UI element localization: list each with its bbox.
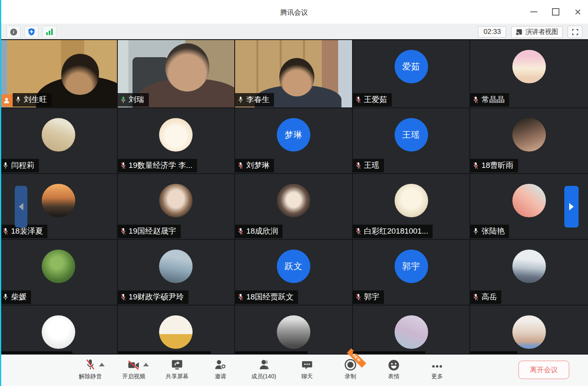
close-button[interactable]: ✕ [573,7,582,16]
participant-label: 刘生旺 [13,93,52,107]
participant-tile[interactable]: 梦琳 刘梦琳 [235,108,353,174]
invite-button[interactable]: 邀请 [206,358,235,380]
participant-tile[interactable]: 18成欣润 [235,174,353,240]
avatar [277,184,310,217]
participant-tile[interactable]: 爱茹 王爱茹 [353,40,471,108]
participant-tile[interactable]: 19国经赵晟宇 [118,174,236,240]
participant-label: 18成欣润 [235,225,283,238]
participant-tile[interactable]: 19财政学硕尹玲 [118,240,236,306]
participant-tile[interactable] [118,306,236,355]
participant-tile[interactable]: 19数量经济学 李... [118,108,236,174]
speaker-view-button[interactable]: 演讲者视图 [511,26,563,38]
prev-page-button[interactable] [15,186,27,228]
participant-label [0,351,72,354]
participant-tile[interactable]: 白彩红20181001... [353,174,471,240]
next-page-button[interactable] [564,186,579,228]
mic-icon [120,161,126,170]
participant-tile[interactable] [470,306,588,355]
chat-bubble-icon [301,359,313,371]
window-title: 腾讯会议 [0,8,588,17]
network-signal-icon [46,29,53,35]
more-dots-icon [430,359,444,371]
leave-meeting-button[interactable]: 离开会议 [518,361,569,379]
tencent-meeting-window: 腾讯会议 ✕ i 02:33 [0,0,588,386]
participant-tile[interactable]: 刘瑞 [118,40,236,108]
avatar: 郭宇 [395,250,428,283]
avatar: 爱茹 [395,50,428,83]
mic-icon [473,293,479,301]
avatar [42,250,75,283]
meeting-security-button[interactable] [25,26,38,38]
participant-label [118,351,211,354]
avatar [159,118,193,152]
participant-tile[interactable]: 郭宇 郭宇 [353,240,471,306]
avatar: 梦琳 [277,118,310,152]
maximize-button[interactable] [551,7,560,16]
network-status-button[interactable] [43,26,56,38]
chat-button[interactable]: 聊天 [292,358,322,380]
participant-label: 19国经赵晟宇 [118,225,181,238]
mic-icon [355,161,361,170]
mic-icon [473,161,479,170]
fullscreen-button[interactable] [568,26,582,38]
participant-label: 王瑶 [353,159,384,172]
participant-label [235,351,307,354]
participant-label: 高岳 [470,290,501,304]
more-button[interactable]: 更多 [422,358,452,380]
meeting-info-button[interactable]: i [7,26,20,38]
members-button[interactable]: 成员(140) [249,358,278,380]
mic-icon [238,227,244,236]
emoji-icon [388,359,399,371]
participant-tile[interactable]: 王瑶 王瑶 [353,108,471,174]
mic-icon [120,293,126,301]
titlebar: 腾讯会议 ✕ [0,0,588,24]
participant-tile[interactable]: 刘生旺 [0,40,118,108]
mic-icon [2,161,9,170]
fullscreen-icon [572,29,579,36]
participant-tile[interactable] [0,306,118,355]
mic-icon [473,96,479,104]
mic-icon [238,96,244,104]
audio-options-caret-icon[interactable] [99,363,105,366]
mic-icon [238,161,244,170]
meeting-info-icon: i [10,29,17,36]
mic-icon [2,293,9,301]
share-screen-button[interactable]: 共享屏幕 [162,358,192,380]
mic-icon [2,227,9,236]
participant-tile[interactable]: 闫程莉 [0,108,118,174]
participant-tile[interactable]: 柴媛 [0,240,118,306]
avatar [395,184,428,217]
members-icon [258,359,270,371]
minimize-button[interactable] [529,7,538,16]
avatar [159,250,193,283]
participant-label: 常晶晶 [470,93,509,107]
meeting-timer: 02:33 [478,26,506,38]
camera-off-icon [128,359,140,371]
participant-label [353,351,425,354]
avatar [42,184,75,217]
avatar [512,118,546,152]
participant-tile[interactable] [353,306,471,355]
start-video-button[interactable]: 开启视频 [119,358,148,380]
participant-tile[interactable]: 李春生 [235,40,353,108]
emoji-button[interactable]: 表情 [379,358,408,380]
participant-tile[interactable]: 常晶晶 [470,40,588,108]
participant-label: 刘梦琳 [235,159,274,172]
participant-tile[interactable] [235,306,353,355]
avatar [512,250,546,283]
security-shield-icon [28,28,35,36]
unmute-button[interactable]: 解除静音 [76,358,105,380]
mic-icon [355,227,361,236]
record-button[interactable]: NEW 录制 [336,358,365,380]
invite-person-icon [214,359,227,371]
participant-label: 闫程莉 [0,159,39,172]
avatar [277,315,310,349]
mic-icon [355,96,361,104]
participant-tile[interactable]: 高岳 [470,240,588,306]
video-options-caret-icon[interactable] [143,363,149,366]
participant-label [470,351,517,354]
participant-label: 19数量经济学 李... [118,159,197,172]
participant-tile[interactable]: 18曹昕雨 [470,108,588,174]
participant-label: 刘瑞 [118,93,149,107]
participant-tile[interactable]: 跃文 18国经贾跃文 [235,240,353,306]
